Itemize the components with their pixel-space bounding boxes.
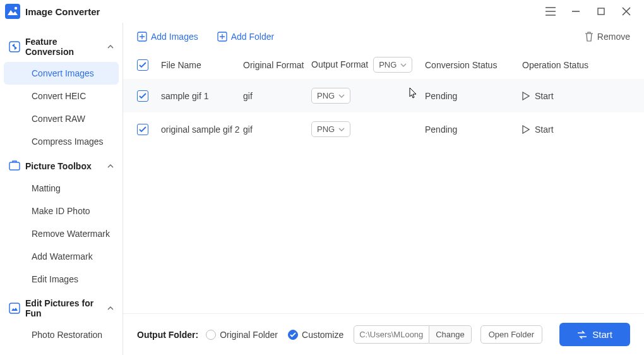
svg-point-1 xyxy=(15,7,17,9)
sidebar-item-convert-heic[interactable]: Convert HEIC xyxy=(4,85,119,107)
sidebar-item-compress-images[interactable]: Compress Images xyxy=(4,130,119,153)
sidebar-item-photo-restoration[interactable]: Photo Restoration xyxy=(4,323,119,346)
customize-label: Customize xyxy=(302,330,343,340)
svg-rect-5 xyxy=(9,303,20,313)
change-button[interactable]: Change xyxy=(429,325,472,344)
original-format-cell: gif xyxy=(243,91,311,101)
open-folder-button[interactable]: Open Folder xyxy=(480,325,542,344)
select-all-checkbox[interactable] xyxy=(137,59,148,71)
feature-conversion-icon xyxy=(9,41,20,52)
col-header-original-format: Original Format xyxy=(243,60,311,70)
output-folder-label: Output Folder: xyxy=(137,330,198,340)
edit-pictures-icon xyxy=(9,303,20,314)
add-folder-icon xyxy=(217,32,227,42)
chevron-up-icon xyxy=(107,306,114,310)
original-folder-radio[interactable] xyxy=(206,330,216,340)
sidebar-item-matting[interactable]: Matting xyxy=(4,177,119,200)
chevron-up-icon xyxy=(107,164,114,168)
app-logo-icon xyxy=(5,4,20,19)
sidebar-item-remove-watermark[interactable]: Remove Watermark xyxy=(4,222,119,245)
svg-rect-0 xyxy=(5,4,20,19)
svg-rect-2 xyxy=(598,8,604,15)
col-header-conversion-status: Conversion Status xyxy=(425,60,522,70)
file-table: File Name Original Format Output Format … xyxy=(123,51,644,313)
trash-icon xyxy=(585,32,593,42)
chevron-down-icon xyxy=(338,128,345,131)
sidebar-item-edit-images[interactable]: Edit Images xyxy=(4,268,119,291)
start-row-button[interactable]: Start xyxy=(522,91,630,101)
output-format-select[interactable]: PNG xyxy=(311,121,350,137)
table-row: sample gif 1 gif PNG Pending Start xyxy=(123,79,644,112)
col-header-operation-status: Operation Status xyxy=(522,60,630,70)
row-checkbox[interactable] xyxy=(137,124,148,135)
play-icon xyxy=(522,125,530,134)
add-folder-button[interactable]: Add Folder xyxy=(217,32,274,42)
conversion-status-cell: Pending xyxy=(425,124,522,135)
convert-icon xyxy=(577,330,587,339)
file-name-cell: sample gif 1 xyxy=(161,91,243,101)
conversion-status-cell: Pending xyxy=(425,91,522,101)
chevron-down-icon xyxy=(400,63,407,67)
customize-radio[interactable] xyxy=(288,330,298,340)
remove-button[interactable]: Remove xyxy=(585,32,630,42)
output-format-select[interactable]: PNG xyxy=(311,88,350,104)
start-row-button[interactable]: Start xyxy=(522,124,630,135)
sidebar-item-convert-raw[interactable]: Convert RAW xyxy=(4,107,119,130)
chevron-down-icon xyxy=(338,94,345,98)
close-icon[interactable] xyxy=(614,1,639,21)
start-button[interactable]: Start xyxy=(559,323,630,346)
add-images-button[interactable]: Add Images xyxy=(137,32,198,42)
original-folder-label: Original Folder xyxy=(220,330,278,340)
play-icon xyxy=(522,92,530,100)
output-format-all-select[interactable]: PNG xyxy=(373,57,412,73)
output-path-input[interactable] xyxy=(354,325,429,344)
sidebar: Feature Conversion Convert Images Conver… xyxy=(0,23,123,355)
col-header-output-format: Output Format PNG xyxy=(311,57,425,73)
sidebar-group-feature-conversion[interactable]: Feature Conversion xyxy=(0,32,122,62)
picture-toolbox-icon xyxy=(9,160,20,172)
maximize-icon[interactable] xyxy=(588,1,614,21)
sidebar-group-edit-pictures-for-fun[interactable]: Edit Pictures for Fun xyxy=(0,293,122,323)
col-header-file-name: File Name xyxy=(161,60,243,70)
file-name-cell: original sample gif 2 xyxy=(161,124,243,135)
app-title: Image Converter xyxy=(25,6,100,17)
svg-rect-4 xyxy=(9,162,20,170)
add-images-icon xyxy=(137,32,147,42)
chevron-up-icon xyxy=(107,45,114,49)
sidebar-item-add-watermark[interactable]: Add Watermark xyxy=(4,245,119,268)
sidebar-group-picture-toolbox[interactable]: Picture Toolbox xyxy=(0,155,122,177)
original-format-cell: gif xyxy=(243,124,311,135)
sidebar-item-make-id-photo[interactable]: Make ID Photo xyxy=(4,200,119,222)
menu-icon[interactable] xyxy=(538,1,563,21)
table-row: original sample gif 2 gif PNG Pending St… xyxy=(137,112,630,146)
sidebar-item-convert-images[interactable]: Convert Images xyxy=(4,62,119,85)
minimize-icon[interactable] xyxy=(563,1,588,21)
row-checkbox[interactable] xyxy=(137,90,148,102)
